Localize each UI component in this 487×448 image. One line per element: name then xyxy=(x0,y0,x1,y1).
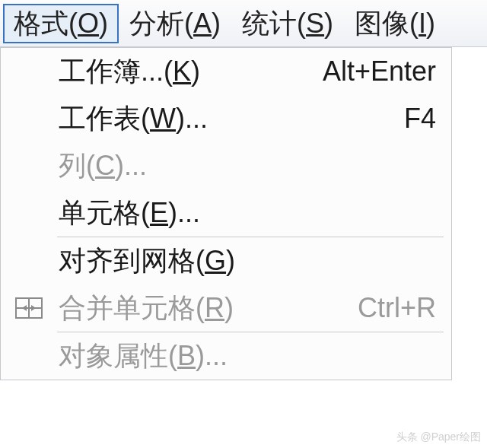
label-mnemonic: K xyxy=(173,56,191,87)
label-post: )... xyxy=(115,150,147,181)
menu-item-g[interactable]: 对齐到网格(G) xyxy=(1,237,451,284)
label-pre: 合并单元格( xyxy=(59,292,205,323)
menubar: 格式(O)分析(A)统计(S)图像(I) xyxy=(0,0,487,47)
menubar-label-post: ) xyxy=(324,8,333,39)
menubar-item-o[interactable]: 格式(O) xyxy=(3,4,119,43)
menubar-item-s[interactable]: 统计(S) xyxy=(231,4,344,43)
label-mnemonic: B xyxy=(177,340,196,371)
menu-item-shortcut: F4 xyxy=(404,103,451,135)
menubar-label-pre: 统计( xyxy=(242,8,306,39)
label-post: )... xyxy=(168,197,200,228)
label-post: ) xyxy=(224,292,234,323)
label-mnemonic: W xyxy=(150,103,176,134)
label-pre: 列( xyxy=(59,150,95,181)
menu-item-e[interactable]: 单元格(E)... xyxy=(1,189,451,237)
menubar-mnemonic: I xyxy=(419,8,426,39)
menubar-mnemonic: S xyxy=(306,8,324,39)
menu-item-k[interactable]: 工作簿...(K)Alt+Enter xyxy=(1,48,451,95)
menu-item-w[interactable]: 工作表(W)...F4 xyxy=(1,95,451,142)
label-post: ) xyxy=(191,56,200,87)
label-pre: 单元格( xyxy=(59,197,150,228)
menu-item-label: 单元格(E)... xyxy=(57,195,436,232)
menubar-label-post: ) xyxy=(212,8,221,39)
svg-marker-4 xyxy=(31,305,36,311)
label-post: )... xyxy=(196,340,228,371)
label-pre: 对象属性( xyxy=(59,340,177,371)
menubar-mnemonic: O xyxy=(78,8,99,39)
label-mnemonic: G xyxy=(205,245,226,276)
menu-item-b: 对象属性(B)... xyxy=(1,332,451,380)
label-mnemonic: C xyxy=(95,150,115,181)
menu-item-shortcut: Alt+Enter xyxy=(323,56,451,87)
label-pre: 工作表( xyxy=(59,103,150,134)
menu-item-label: 列(C)... xyxy=(57,148,436,185)
menu-item-shortcut: Ctrl+R xyxy=(358,292,451,324)
menu-item-label: 工作簿...(K) xyxy=(57,53,323,91)
menu-item-r: 合并单元格(R)Ctrl+R xyxy=(1,284,451,332)
format-dropdown-menu: 工作簿...(K)Alt+Enter工作表(W)...F4列(C)...单元格(… xyxy=(0,47,452,380)
label-pre: 工作簿...( xyxy=(59,56,173,87)
menubar-label-pre: 格式( xyxy=(14,8,78,39)
menu-item-label: 合并单元格(R) xyxy=(57,290,358,327)
label-post: ) xyxy=(226,245,235,276)
menu-item-gutter xyxy=(1,293,57,323)
menubar-item-a[interactable]: 分析(A) xyxy=(119,4,231,43)
merge-cells-icon xyxy=(14,293,44,323)
menu-item-label: 工作表(W)... xyxy=(57,100,404,138)
menubar-item-i[interactable]: 图像(I) xyxy=(344,4,446,43)
label-mnemonic: E xyxy=(150,197,168,228)
menubar-label-pre: 图像( xyxy=(355,8,419,39)
menubar-label-post: ) xyxy=(426,8,435,39)
menubar-label-post: ) xyxy=(99,8,108,39)
menu-item-c: 列(C)... xyxy=(1,142,451,189)
watermark: 头条 @Paper绘图 xyxy=(396,431,481,444)
menu-item-label: 对象属性(B)... xyxy=(57,338,436,375)
menubar-label-pre: 分析( xyxy=(129,8,193,39)
label-mnemonic: R xyxy=(205,292,224,323)
svg-marker-3 xyxy=(22,305,27,311)
menubar-mnemonic: A xyxy=(193,8,212,39)
label-pre: 对齐到网格( xyxy=(59,245,205,276)
label-post: )... xyxy=(176,103,208,134)
menu-item-label: 对齐到网格(G) xyxy=(57,243,436,280)
